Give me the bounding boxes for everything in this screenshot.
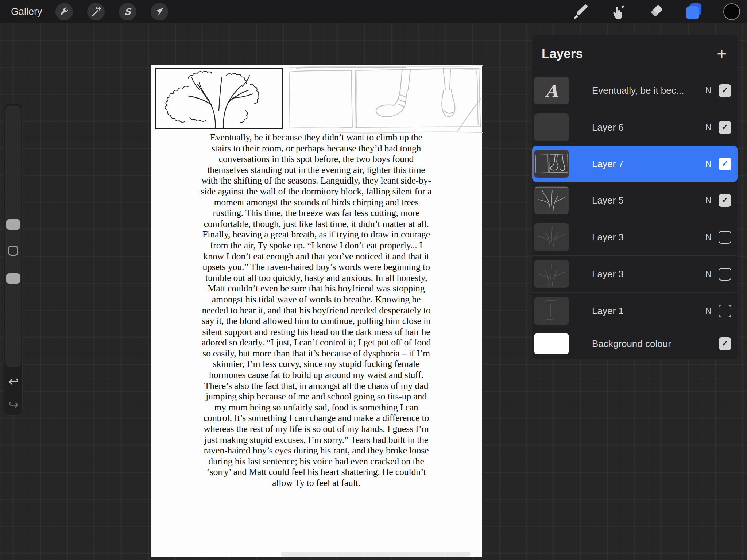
layer-row[interactable]: Layer 5 N ✓ <box>532 182 738 219</box>
visibility-checkbox[interactable]: ✓ <box>719 158 731 170</box>
selection-button[interactable]: S <box>119 3 136 20</box>
layers-icon-front-square <box>686 6 699 19</box>
layer-row-text[interactable]: A Eventually, be it bec... N ✓ <box>532 72 738 109</box>
layer-thumbnail-faint-tree[interactable] <box>534 223 569 251</box>
text-scrollbar[interactable] <box>281 552 471 557</box>
selection-s-icon: S <box>122 6 133 18</box>
blend-mode-button[interactable]: N <box>701 232 716 242</box>
layer-name: Layer 6 <box>592 122 701 133</box>
layer-thumbnail-tree[interactable] <box>534 186 569 214</box>
eraser-tool-button[interactable] <box>646 1 666 22</box>
undo-button[interactable]: ↩ <box>4 375 23 387</box>
current-color-swatch <box>723 3 740 20</box>
layer-name: Layer 7 <box>592 158 701 170</box>
layer-name: Eventually, be it bec... <box>592 85 701 96</box>
brush-icon <box>572 3 588 20</box>
layers-panel-title: Layers <box>542 46 717 61</box>
blend-mode-button[interactable]: N <box>701 269 716 279</box>
layer-row[interactable]: Layer 1 N <box>532 292 738 329</box>
color-picker-button[interactable] <box>721 1 742 22</box>
slider-track <box>5 106 21 367</box>
brush-size-slider[interactable] <box>6 219 20 230</box>
drawing-canvas[interactable]: Eventually, be it because they didn’t wa… <box>151 65 482 557</box>
layer-name: Layer 3 <box>592 269 701 280</box>
layers-panel: Layers + A Eventually, be it bec... N ✓ … <box>532 35 738 359</box>
layer-name: Layer 3 <box>592 232 701 243</box>
background-colour-thumbnail[interactable] <box>534 333 569 354</box>
blend-mode-button[interactable]: N <box>701 196 716 205</box>
background-colour-row[interactable]: Background colour ✓ <box>532 329 738 358</box>
top-toolbar: Gallery S <box>0 0 747 23</box>
layer-thumbnail-text[interactable]: A <box>534 77 569 104</box>
visibility-checkbox[interactable] <box>719 268 731 281</box>
eraser-icon <box>647 3 664 20</box>
actions-button[interactable] <box>55 3 73 20</box>
layers-panel-button[interactable] <box>684 1 704 22</box>
story-text: Eventually, be it because they didn’t wa… <box>200 132 433 488</box>
blend-mode-button[interactable]: N <box>701 86 716 96</box>
layer-row[interactable]: Layer 6 N ✓ <box>532 109 738 146</box>
svg-text:S: S <box>124 7 132 17</box>
layer-row-selected[interactable]: Layer 7 N ✓ <box>532 146 738 182</box>
procreate-app: Gallery S <box>0 0 747 560</box>
redo-button[interactable]: ↪ <box>4 398 23 411</box>
smudge-tool-button[interactable] <box>608 1 628 22</box>
visibility-checkbox[interactable]: ✓ <box>719 84 731 97</box>
visibility-checkbox[interactable]: ✓ <box>719 337 731 350</box>
blend-mode-button[interactable]: N <box>701 306 716 316</box>
visibility-checkbox[interactable]: ✓ <box>719 194 731 207</box>
svg-text:A: A <box>545 82 558 100</box>
redo-icon: ↪ <box>8 398 19 412</box>
gallery-button[interactable]: Gallery <box>11 6 42 18</box>
layer-thumbnail-empty[interactable] <box>534 113 569 141</box>
layer-name: Background colour <box>592 338 701 349</box>
adjustments-button[interactable] <box>87 3 105 20</box>
blend-mode-button[interactable]: N <box>701 123 716 132</box>
wrench-icon <box>58 6 70 18</box>
layer-row[interactable]: Layer 3 N <box>532 219 738 255</box>
boots-panels-sketch <box>286 67 481 132</box>
add-layer-button[interactable]: + <box>717 46 727 61</box>
layers-panel-header: Layers + <box>532 35 738 72</box>
tree-panel-sketch <box>155 67 283 130</box>
layer-name: Layer 5 <box>592 195 701 206</box>
layer-row[interactable]: Layer 3 N <box>532 255 738 292</box>
blend-mode-button[interactable]: N <box>701 159 716 169</box>
visibility-checkbox[interactable]: ✓ <box>719 121 731 134</box>
brush-opacity-slider[interactable] <box>6 273 20 284</box>
brush-tool-button[interactable] <box>570 1 590 22</box>
transform-button[interactable] <box>151 3 168 20</box>
smudge-finger-icon <box>609 3 626 20</box>
modify-button[interactable] <box>8 246 18 256</box>
paint-tools <box>570 0 747 23</box>
layers-icon <box>685 3 702 20</box>
magic-wand-icon <box>90 6 102 18</box>
transform-arrow-icon <box>154 6 165 18</box>
undo-icon: ↩ <box>8 374 19 388</box>
visibility-checkbox[interactable] <box>719 305 731 317</box>
visibility-checkbox[interactable] <box>719 231 731 244</box>
layer-thumbnail-faint-marks[interactable] <box>534 297 569 325</box>
layer-thumbnail-faint-tree[interactable] <box>534 260 569 288</box>
brush-sidebar: ↩ ↪ <box>4 103 23 416</box>
layer-name: Layer 1 <box>592 305 701 317</box>
layer-thumbnail-boots[interactable] <box>534 150 569 178</box>
